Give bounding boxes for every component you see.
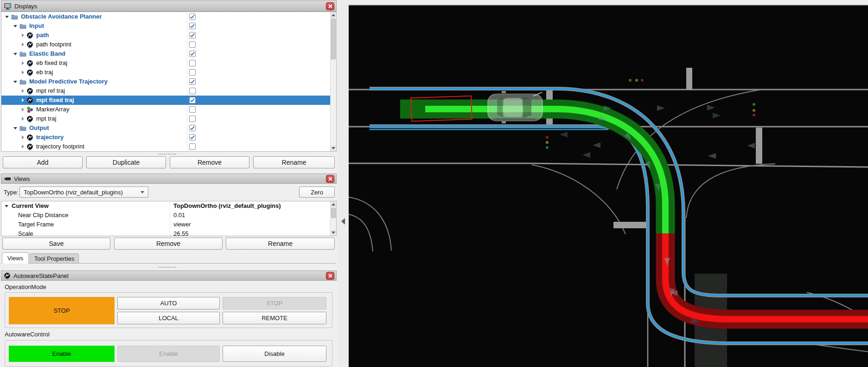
- tree-row-eb-fixed-traj[interactable]: eb fixed traj: [1, 58, 331, 68]
- visibility-checkbox[interactable]: [189, 134, 196, 141]
- close-icon[interactable]: [326, 175, 334, 183]
- autoware-state-panel-header[interactable]: AutowareStatePanel: [1, 270, 337, 281]
- property-value[interactable]: TopDownOrtho (rviz_default_plugins): [173, 201, 281, 211]
- tree-row-eb-traj[interactable]: eb traj: [1, 68, 331, 77]
- view-type-combobox[interactable]: TopDownOrtho (rviz_default_plugins): [19, 187, 148, 198]
- visibility-checkbox[interactable]: [189, 106, 196, 113]
- visibility-checkbox[interactable]: [189, 88, 196, 94]
- tree-item-label: eb traj: [36, 68, 53, 77]
- lanelet-map-scene[interactable]: [349, 0, 868, 367]
- add-display-button[interactable]: Add: [3, 156, 83, 168]
- collapse-arrow-icon[interactable]: [22, 71, 24, 74]
- save-view-button[interactable]: Save: [2, 238, 110, 250]
- panel-splitter-handle[interactable]: [159, 267, 176, 268]
- visibility-checkbox[interactable]: [189, 51, 196, 57]
- property-value[interactable]: 0.01: [173, 211, 185, 220]
- tab-tool-properties[interactable]: Tool Properties: [30, 253, 79, 264]
- remove-view-button[interactable]: Remove: [114, 238, 223, 250]
- tree-row-model-predictive-trajectory[interactable]: Model Predictive Trajectory: [1, 77, 331, 86]
- visibility-checkbox[interactable]: [189, 116, 196, 122]
- visibility-checkbox[interactable]: [189, 69, 196, 76]
- scroll-up-button[interactable]: [331, 12, 336, 18]
- scroll-up-button[interactable]: [331, 201, 336, 207]
- visibility-checkbox[interactable]: [189, 32, 196, 39]
- visibility-checkbox[interactable]: [189, 60, 196, 66]
- properties-scrollbar[interactable]: [330, 201, 336, 236]
- disable-control-button[interactable]: Disable: [223, 346, 326, 362]
- tree-row-output[interactable]: Output: [1, 123, 331, 133]
- tree-row-mpt-ref-traj[interactable]: mpt ref traj: [1, 86, 331, 96]
- collapse-arrow-icon[interactable]: [22, 108, 24, 111]
- remote-mode-button[interactable]: REMOTE: [223, 312, 326, 324]
- visibility-checkbox[interactable]: [189, 13, 196, 20]
- tab-views[interactable]: Views: [2, 252, 29, 264]
- duplicate-display-button[interactable]: Duplicate: [86, 156, 166, 168]
- expand-arrow-icon[interactable]: [5, 205, 8, 207]
- tree-row-trajectory-footprint[interactable]: trajectory footprint: [1, 142, 331, 151]
- property-value[interactable]: viewer: [173, 220, 191, 229]
- 3d-viewport[interactable]: [349, 0, 868, 367]
- expand-arrow-icon[interactable]: [13, 81, 17, 83]
- tree-row-mpt-fixed-traj[interactable]: mpt fixed traj: [1, 96, 331, 105]
- current-view-properties[interactable]: Current ViewTopDownOrtho (rviz_default_p…: [1, 201, 337, 236]
- autoware-display-icon: [26, 88, 34, 95]
- collapse-arrow-icon[interactable]: [22, 43, 24, 46]
- vertical-splitter[interactable]: [338, 0, 349, 367]
- collapse-arrow-icon[interactable]: [22, 145, 24, 148]
- enable-control-button-disabled: Enable: [117, 346, 220, 362]
- panel-splitter-handle[interactable]: [159, 154, 176, 155]
- autoware-display-icon: [26, 60, 34, 67]
- property-name: Near Clip Distance: [18, 211, 68, 220]
- autoware-display-icon: [26, 134, 34, 141]
- property-value[interactable]: 26.55: [173, 229, 189, 236]
- scroll-down-button[interactable]: [331, 230, 336, 236]
- tree-row-trajectory[interactable]: trajectory: [1, 133, 331, 142]
- displays-panel-header[interactable]: Displays: [1, 0, 337, 12]
- close-icon[interactable]: [326, 272, 334, 280]
- expand-arrow-icon[interactable]: [13, 127, 17, 129]
- property-row-target-frame[interactable]: Target Frameviewer: [1, 220, 331, 229]
- collapse-arrow-icon[interactable]: [22, 61, 24, 65]
- auto-mode-button[interactable]: AUTO: [117, 297, 220, 309]
- visibility-checkbox[interactable]: [189, 125, 196, 131]
- property-row-current-view[interactable]: Current ViewTopDownOrtho (rviz_default_p…: [1, 201, 331, 211]
- rename-view-button[interactable]: Rename: [226, 238, 335, 250]
- collapse-arrow-icon[interactable]: [22, 89, 24, 93]
- expand-arrow-icon[interactable]: [5, 16, 9, 18]
- visibility-checkbox[interactable]: [189, 23, 196, 29]
- expand-arrow-icon[interactable]: [13, 53, 17, 55]
- tree-row-elastic-band[interactable]: Elastic Band: [1, 49, 331, 58]
- scrollbar-thumb[interactable]: [331, 19, 336, 59]
- panel-collapse-arrow-icon[interactable]: [341, 218, 345, 225]
- tree-item-label: trajectory footprint: [36, 142, 84, 151]
- expand-arrow-icon[interactable]: [13, 25, 17, 27]
- local-mode-button[interactable]: LOCAL: [117, 312, 220, 324]
- tree-scrollbar[interactable]: [330, 12, 336, 151]
- property-row-near-clip-distance[interactable]: Near Clip Distance0.01: [1, 211, 331, 220]
- tree-row-markerarray[interactable]: MarkerArray: [1, 105, 331, 114]
- up-arrow-icon: [332, 203, 335, 206]
- visibility-checkbox[interactable]: [189, 41, 196, 48]
- tree-row-path[interactable]: path: [1, 31, 331, 40]
- collapse-arrow-icon[interactable]: [22, 98, 24, 102]
- scrollbar-thumb[interactable]: [331, 208, 336, 218]
- views-panel-header[interactable]: Views: [1, 174, 337, 184]
- remove-display-button[interactable]: Remove: [170, 156, 249, 168]
- visibility-checkbox[interactable]: [189, 97, 196, 103]
- tree-row-input[interactable]: Input: [1, 21, 331, 31]
- visibility-checkbox[interactable]: [189, 78, 196, 85]
- rename-display-button[interactable]: Rename: [253, 156, 335, 168]
- close-icon[interactable]: [326, 2, 334, 10]
- display-tree[interactable]: Obstacle Avoidance PlannerInputpathpath …: [1, 12, 337, 152]
- tree-row-obstacle-avoidance-planner[interactable]: Obstacle Avoidance Planner: [1, 12, 331, 21]
- operation-mode-group: STOP AUTOSTOPLOCALREMOTE: [5, 292, 332, 328]
- zero-button[interactable]: Zero: [299, 187, 335, 198]
- property-row-scale[interactable]: Scale26.55: [1, 229, 331, 236]
- tree-row-mpt-traj[interactable]: mpt traj: [1, 114, 331, 123]
- scroll-down-button[interactable]: [331, 145, 336, 151]
- collapse-arrow-icon[interactable]: [22, 135, 24, 139]
- tree-row-path-footprint[interactable]: path footprint: [1, 40, 331, 49]
- collapse-arrow-icon[interactable]: [22, 117, 24, 121]
- collapse-arrow-icon[interactable]: [22, 33, 24, 37]
- visibility-checkbox[interactable]: [189, 143, 196, 150]
